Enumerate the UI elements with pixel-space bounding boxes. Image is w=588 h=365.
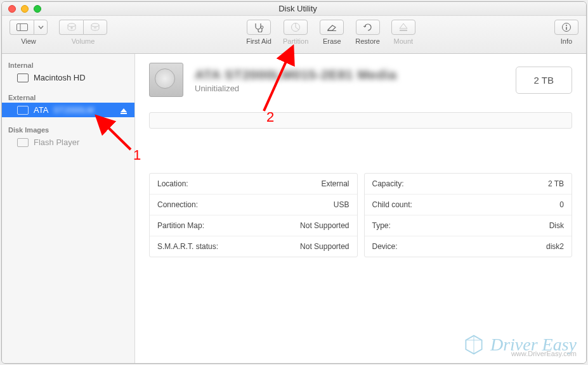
titlebar: Disk Utility (2, 2, 586, 16)
view-menu-button[interactable] (34, 20, 48, 35)
info-row: S.M.A.R.T. status:Not Supported (150, 236, 357, 257)
info-value: USB (334, 200, 350, 209)
info-value: Not Supported (300, 221, 349, 230)
volume-label: Volume (72, 37, 95, 45)
sidebar-header-images: Disk Images (2, 124, 134, 135)
volume-remove-icon (90, 23, 100, 32)
volume-remove-button[interactable] (83, 20, 107, 35)
svg-point-2 (68, 23, 75, 27)
chevron-down-icon (38, 25, 44, 29)
capacity-button[interactable]: 2 TB (516, 67, 572, 94)
info-column-right: Capacity:2 TBChild count:0Type:DiskDevic… (364, 173, 573, 257)
drive-name: ATA ST2000LM015-2E81 Media (195, 67, 504, 82)
info-row: Capacity:2 TB (365, 174, 572, 195)
info-key: Capacity: (372, 179, 404, 188)
first-aid-group: First Aid (246, 20, 271, 45)
mount-label: Mount (394, 37, 414, 45)
info-label: Info (561, 37, 572, 45)
info-key: Partition Map: (157, 221, 204, 230)
body: Internal Macintosh HD External ATA ST200… (2, 54, 586, 363)
sidebar-item-label: Macintosh HD (34, 73, 86, 82)
erase-label: Erase (323, 37, 341, 45)
info-column-left: Location:ExternalConnection:USBPartition… (149, 173, 358, 257)
annotation-number-2: 2 (266, 109, 274, 125)
drive-status: Uninitialized (195, 84, 504, 93)
volume-group: Volume (59, 20, 107, 45)
erase-icon (326, 23, 337, 32)
info-row: Partition Map:Not Supported (150, 215, 357, 236)
partition-button[interactable] (284, 20, 308, 35)
partition-group: Partition (283, 20, 308, 45)
mount-icon (399, 23, 408, 32)
info-row: Type:Disk (365, 215, 572, 236)
info-value: 2 TB (548, 179, 564, 188)
info-key: Device: (372, 242, 398, 251)
info-row: Connection:USB (150, 195, 357, 215)
sidebar-item-macintosh-hd[interactable]: Macintosh HD (2, 70, 134, 85)
svg-point-7 (261, 26, 263, 29)
sidebar-item-flash-player[interactable]: Flash Player (2, 135, 134, 150)
info-row: Device:disk2 (365, 236, 572, 257)
info-key: Child count: (372, 200, 412, 209)
info-key: Type: (372, 221, 391, 230)
info-row: Child count:0 (365, 195, 572, 215)
disk-image-icon (17, 138, 29, 147)
restore-group: Restore (355, 20, 380, 45)
info-value: Disk (549, 221, 564, 230)
sidebar-header-internal: Internal (2, 59, 134, 70)
sidebar-item-label: ATA (34, 105, 48, 115)
external-disk-icon (17, 106, 29, 115)
window-title: Disk Utility (10, 4, 586, 13)
view-group: View (10, 20, 48, 45)
view-label: View (21, 37, 36, 45)
erase-group: Erase (320, 20, 344, 45)
sidebar-item-external-ata[interactable]: ATA ST2000LM (2, 103, 134, 117)
svg-rect-0 (16, 24, 27, 31)
toolbar: View Volume First Aid Par (2, 16, 586, 54)
info-value: External (321, 179, 349, 188)
sidebar-item-label: Flash Player (34, 138, 79, 147)
mount-button[interactable] (391, 20, 415, 35)
first-aid-button[interactable] (247, 20, 271, 35)
erase-button[interactable] (320, 20, 344, 35)
drive-header: ATA ST2000LM015-2E81 Media Uninitialized… (149, 63, 572, 97)
mount-group: Mount (391, 20, 415, 45)
watermark-url: www.DriverEasy.com (511, 350, 577, 357)
sidebar-icon (16, 23, 28, 31)
info-row: Location:External (150, 174, 357, 195)
pie-icon (291, 22, 301, 32)
restore-icon (363, 22, 373, 32)
svg-point-5 (91, 23, 99, 27)
disk-utility-window: Disk Utility View Vol (1, 1, 587, 364)
info-value: Not Supported (300, 242, 349, 251)
svg-marker-10 (400, 23, 407, 29)
info-icon (561, 22, 572, 32)
sidebar: Internal Macintosh HD External ATA ST200… (2, 54, 135, 363)
svg-point-13 (566, 25, 567, 26)
eject-icon[interactable] (121, 108, 127, 112)
partition-label: Partition (283, 37, 308, 45)
info-key: S.M.A.R.T. status: (157, 242, 218, 251)
info-value: disk2 (546, 242, 564, 251)
restore-button[interactable] (356, 20, 380, 35)
stethoscope-icon (252, 22, 265, 32)
info-key: Location: (157, 179, 188, 188)
internal-disk-icon (17, 74, 29, 82)
view-sidebar-button[interactable] (10, 20, 34, 35)
watermark-logo-icon (462, 333, 485, 356)
first-aid-label: First Aid (246, 37, 271, 45)
main-pane: ATA ST2000LM015-2E81 Media Uninitialized… (135, 54, 586, 363)
sidebar-item-blurred-suffix: ST2000LM (53, 105, 94, 115)
svg-rect-11 (400, 30, 407, 31)
volume-add-icon (67, 23, 77, 32)
volume-add-button[interactable] (59, 20, 83, 35)
sidebar-header-external: External (2, 91, 134, 103)
info-value: 0 (559, 200, 564, 209)
partition-bar (149, 112, 572, 129)
info-button[interactable] (554, 20, 578, 35)
info-key: Connection: (157, 200, 198, 209)
info-group: Info (554, 20, 578, 45)
info-grid: Location:ExternalConnection:USBPartition… (149, 173, 572, 257)
hard-drive-icon (149, 63, 183, 97)
restore-label: Restore (355, 37, 380, 45)
